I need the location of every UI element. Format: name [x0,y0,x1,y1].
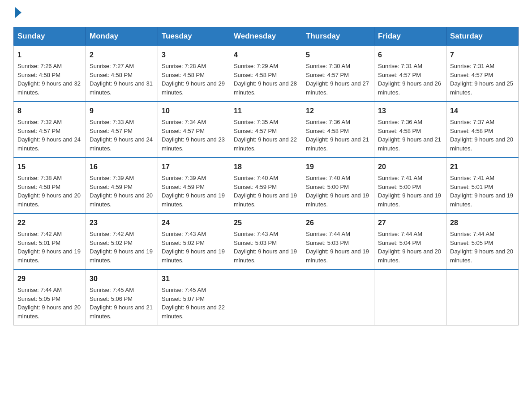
calendar-cell: 7Sunrise: 7:31 AMSunset: 4:57 PMDaylight… [446,46,519,102]
day-number: 29 [17,274,82,284]
calendar-cell: 29Sunrise: 7:44 AMSunset: 5:05 PMDayligh… [14,270,86,325]
day-number: 22 [17,218,82,228]
day-number: 4 [234,50,298,60]
weekday-header-friday: Friday [374,27,446,46]
day-info: Sunrise: 7:35 AMSunset: 4:57 PMDaylight:… [234,119,297,152]
day-number: 10 [162,106,226,116]
calendar-cell: 28Sunrise: 7:44 AMSunset: 5:05 PMDayligh… [446,214,519,270]
calendar-cell [230,270,302,325]
day-number: 7 [450,50,515,60]
day-number: 28 [450,218,515,228]
day-info: Sunrise: 7:31 AMSunset: 4:57 PMDaylight:… [450,63,513,96]
calendar-cell: 8Sunrise: 7:32 AMSunset: 4:57 PMDaylight… [14,102,86,158]
logo [13,9,21,18]
day-number: 15 [17,162,82,172]
day-number: 5 [306,50,370,60]
calendar-cell [374,270,446,325]
weekday-header-sunday: Sunday [14,27,86,46]
day-info: Sunrise: 7:33 AMSunset: 4:57 PMDaylight:… [90,119,153,152]
day-number: 26 [306,218,370,228]
calendar-cell: 5Sunrise: 7:30 AMSunset: 4:57 PMDaylight… [302,46,374,102]
day-info: Sunrise: 7:42 AMSunset: 5:02 PMDaylight:… [90,231,153,264]
calendar-cell: 4Sunrise: 7:29 AMSunset: 4:58 PMDaylight… [230,46,302,102]
weekday-header-row: SundayMondayTuesdayWednesdayThursdayFrid… [14,27,519,46]
calendar-cell: 24Sunrise: 7:43 AMSunset: 5:02 PMDayligh… [158,214,230,270]
day-number: 14 [450,106,515,116]
day-number: 13 [378,106,442,116]
day-number: 17 [162,162,226,172]
day-info: Sunrise: 7:45 AMSunset: 5:07 PMDaylight:… [162,287,225,320]
calendar-cell: 20Sunrise: 7:41 AMSunset: 5:00 PMDayligh… [374,158,446,214]
day-info: Sunrise: 7:44 AMSunset: 5:04 PMDaylight:… [378,231,441,264]
calendar-cell: 2Sunrise: 7:27 AMSunset: 4:58 PMDaylight… [86,46,158,102]
calendar-cell: 30Sunrise: 7:45 AMSunset: 5:06 PMDayligh… [86,270,158,325]
day-number: 3 [162,50,226,60]
calendar-cell: 14Sunrise: 7:37 AMSunset: 4:58 PMDayligh… [446,102,519,158]
calendar-cell: 19Sunrise: 7:40 AMSunset: 5:00 PMDayligh… [302,158,374,214]
weekday-header-monday: Monday [86,27,158,46]
day-number: 2 [90,50,154,60]
day-number: 24 [162,218,226,228]
day-number: 21 [450,162,515,172]
day-info: Sunrise: 7:27 AMSunset: 4:58 PMDaylight:… [90,63,153,96]
calendar-cell: 22Sunrise: 7:42 AMSunset: 5:01 PMDayligh… [14,214,86,270]
day-number: 11 [234,106,298,116]
calendar-table: SundayMondayTuesdayWednesdayThursdayFrid… [13,27,519,325]
weekday-header-wednesday: Wednesday [230,27,302,46]
day-info: Sunrise: 7:43 AMSunset: 5:03 PMDaylight:… [234,231,297,264]
day-number: 30 [90,274,154,284]
day-info: Sunrise: 7:44 AMSunset: 5:05 PMDaylight:… [17,287,81,320]
calendar-cell: 12Sunrise: 7:36 AMSunset: 4:58 PMDayligh… [302,102,374,158]
week-row-4: 22Sunrise: 7:42 AMSunset: 5:01 PMDayligh… [14,214,519,270]
logo-arrow-icon [15,7,21,18]
day-number: 9 [90,106,154,116]
day-number: 8 [17,106,82,116]
weekday-header-thursday: Thursday [302,27,374,46]
day-info: Sunrise: 7:43 AMSunset: 5:02 PMDaylight:… [162,231,225,264]
day-info: Sunrise: 7:29 AMSunset: 4:58 PMDaylight:… [234,63,297,96]
day-info: Sunrise: 7:34 AMSunset: 4:57 PMDaylight:… [162,119,225,152]
calendar-cell [446,270,519,325]
day-number: 12 [306,106,370,116]
calendar-cell: 9Sunrise: 7:33 AMSunset: 4:57 PMDaylight… [86,102,158,158]
day-info: Sunrise: 7:36 AMSunset: 4:58 PMDaylight:… [378,119,441,152]
day-number: 25 [234,218,298,228]
day-info: Sunrise: 7:44 AMSunset: 5:05 PMDaylight:… [450,231,513,264]
calendar-cell: 10Sunrise: 7:34 AMSunset: 4:57 PMDayligh… [158,102,230,158]
day-number: 18 [234,162,298,172]
day-info: Sunrise: 7:40 AMSunset: 4:59 PMDaylight:… [234,175,297,208]
day-info: Sunrise: 7:30 AMSunset: 4:57 PMDaylight:… [306,63,369,96]
calendar-cell: 18Sunrise: 7:40 AMSunset: 4:59 PMDayligh… [230,158,302,214]
calendar-cell: 13Sunrise: 7:36 AMSunset: 4:58 PMDayligh… [374,102,446,158]
calendar-cell: 16Sunrise: 7:39 AMSunset: 4:59 PMDayligh… [86,158,158,214]
day-info: Sunrise: 7:37 AMSunset: 4:58 PMDaylight:… [450,119,513,152]
day-info: Sunrise: 7:41 AMSunset: 5:00 PMDaylight:… [378,175,441,208]
day-info: Sunrise: 7:28 AMSunset: 4:58 PMDaylight:… [162,63,225,96]
calendar-cell: 27Sunrise: 7:44 AMSunset: 5:04 PMDayligh… [374,214,446,270]
calendar-cell: 31Sunrise: 7:45 AMSunset: 5:07 PMDayligh… [158,270,230,325]
day-number: 6 [378,50,442,60]
weekday-header-tuesday: Tuesday [158,27,230,46]
day-info: Sunrise: 7:26 AMSunset: 4:58 PMDaylight:… [17,63,81,96]
day-info: Sunrise: 7:45 AMSunset: 5:06 PMDaylight:… [90,287,153,320]
day-info: Sunrise: 7:41 AMSunset: 5:01 PMDaylight:… [450,175,513,208]
calendar-cell: 15Sunrise: 7:38 AMSunset: 4:58 PMDayligh… [14,158,86,214]
calendar-cell: 21Sunrise: 7:41 AMSunset: 5:01 PMDayligh… [446,158,519,214]
day-number: 19 [306,162,370,172]
day-info: Sunrise: 7:42 AMSunset: 5:01 PMDaylight:… [17,231,81,264]
day-info: Sunrise: 7:32 AMSunset: 4:57 PMDaylight:… [17,119,81,152]
day-number: 20 [378,162,442,172]
day-info: Sunrise: 7:39 AMSunset: 4:59 PMDaylight:… [90,175,153,208]
day-info: Sunrise: 7:38 AMSunset: 4:58 PMDaylight:… [17,175,81,208]
day-number: 16 [90,162,154,172]
week-row-3: 15Sunrise: 7:38 AMSunset: 4:58 PMDayligh… [14,158,519,214]
week-row-2: 8Sunrise: 7:32 AMSunset: 4:57 PMDaylight… [14,102,519,158]
calendar-cell [302,270,374,325]
day-info: Sunrise: 7:36 AMSunset: 4:58 PMDaylight:… [306,119,369,152]
calendar-cell: 25Sunrise: 7:43 AMSunset: 5:03 PMDayligh… [230,214,302,270]
calendar-cell: 1Sunrise: 7:26 AMSunset: 4:58 PMDaylight… [14,46,86,102]
day-number: 31 [162,274,226,284]
page-header [13,9,519,18]
week-row-5: 29Sunrise: 7:44 AMSunset: 5:05 PMDayligh… [14,270,519,325]
calendar-cell: 6Sunrise: 7:31 AMSunset: 4:57 PMDaylight… [374,46,446,102]
